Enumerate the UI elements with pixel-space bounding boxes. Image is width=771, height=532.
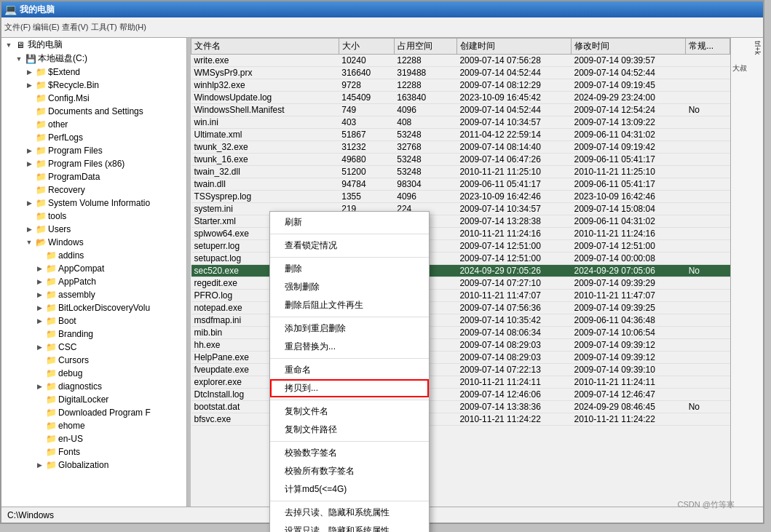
cell-created: 2009-07-14 07:56:36 [456,302,571,314]
sidebar-item-recovery[interactable]: 📁 Recovery [1,183,186,196]
sidebar-item-fonts[interactable]: 📁 Fonts [1,445,186,458]
expand-icon[interactable]: ▼ [23,237,35,248]
col-created[interactable]: 创建时间 [456,39,571,55]
table-row[interactable]: WindowsUpdate.log1454091638402023-10-09 … [191,92,730,104]
sidebar-item-boot[interactable]: ▶ 📁 Boot [1,314,186,327]
table-row[interactable]: WindowsShell.Manifest74940962009-07-14 0… [191,104,730,116]
context-menu-item[interactable]: 设置只读、隐藏和系统属性 [270,522,429,532]
sidebar-item-docset[interactable]: 📁 Documents and Settings [1,105,186,118]
sidebar-item-windows[interactable]: ▼ 📂 Windows [1,236,186,249]
expand-icon[interactable]: ▶ [23,223,35,235]
table-row[interactable]: twunk_32.exe31232327682009-07-14 08:14:4… [191,141,730,154]
sidebar-item-bitlocker[interactable]: ▶ 📁 BitLockerDiscoveryVolu [1,301,186,314]
sidebar-item-programfiles[interactable]: ▶ 📁 Program Files [1,144,186,157]
col-normal[interactable]: 常规... [686,39,730,55]
context-menu-item[interactable]: 计算md5(<=4G) [270,480,429,499]
cell-size: 145409 [339,92,394,104]
sidebar-label: Downloaded Program F [58,408,151,418]
sidebar-item-digitallocker[interactable]: 📁 DigitalLocker [1,393,186,406]
context-menu[interactable]: 刷新查看锁定情况删除强制删除删除后阻止文件再生添加到重启删除重启替换为...重命… [269,211,430,532]
sidebar-item-globalization[interactable]: ▶ 📁 Globalization [1,458,186,472]
sidebar-item-configmsi[interactable]: 📁 Config.Msi [1,92,186,105]
col-used[interactable]: 占用空间 [394,39,456,55]
cell-modified: 2023-10-09 16:42:46 [572,191,686,203]
context-menu-separator [270,501,429,501]
context-menu-item[interactable]: 重启替换为... [270,338,429,356]
sidebar-item-localc[interactable]: ▼ 💾 本地磁盘(C:) [1,52,186,65]
expand-icon-empty [33,250,45,261]
sidebar-item-appcompat[interactable]: ▶ 📁 AppCompat [1,262,186,275]
sidebar-label: Boot [58,316,76,326]
expand-icon[interactable]: ▶ [23,197,35,209]
cell-modified: 2009-07-14 10:06:54 [572,327,686,339]
sidebar-item-addins[interactable]: 📁 addins [1,249,186,262]
context-menu-item[interactable]: 刷新 [270,213,429,231]
expand-icon[interactable]: ▶ [33,276,45,287]
context-menu-item[interactable]: 校验所有数字签名 [270,462,429,480]
table-row[interactable]: Ultimate.xml51867532482011-04-12 22:59:1… [191,129,730,141]
col-name[interactable]: 文件名 [191,39,339,55]
expand-icon[interactable]: ▶ [33,315,45,327]
context-menu-item[interactable]: 添加到重启删除 [270,319,429,338]
sidebar-item-programfilesx86[interactable]: ▶ 📁 Program Files (x86) [1,157,186,170]
cell-normal [686,228,730,240]
table-row[interactable]: write.exe10240122882009-07-14 07:56:2820… [191,55,730,67]
sidebar-item-other[interactable]: 📁 other [1,118,186,131]
context-menu-item[interactable]: 拷贝到... [270,379,429,397]
sidebar-item-assembly[interactable]: ▶ 📁 assembly [1,288,186,301]
cell-name: twain_32.dll [191,166,339,178]
table-row[interactable]: twunk_16.exe49680532482009-07-14 06:47:2… [191,154,730,166]
context-menu-item[interactable]: 删除 [270,260,429,278]
expand-icon[interactable]: ▶ [23,79,35,91]
sidebar[interactable]: ▼ 🖥 我的电脑 ▼ 💾 本地磁盘(C:) ▶ 📁 $Extend ▶ 📁 $R… [1,38,187,507]
sidebar-item-mycomputer[interactable]: ▼ 🖥 我的电脑 [1,38,186,52]
table-row[interactable]: TSSysprep.log135540962023-10-09 16:42:46… [191,191,730,203]
sidebar-item-csc[interactable]: ▶ 📁 CSC [1,341,186,354]
context-menu-item[interactable]: 删除后阻止文件再生 [270,296,429,314]
table-row[interactable]: win.ini4034082009-07-14 10:34:572009-07-… [191,116,730,129]
col-modified[interactable]: 修改时间 [572,39,686,55]
col-size[interactable]: 大小 [339,39,394,55]
context-menu-item[interactable]: 重命名 [270,361,429,379]
expand-icon[interactable]: ▶ [33,302,45,314]
sidebar-label: 本地磁盘(C:) [38,52,87,65]
sidebar-label: ProgramData [48,172,100,182]
cell-modified: 2009-07-14 15:08:04 [572,203,686,215]
sidebar-item-ehome[interactable]: 📁 ehome [1,419,186,432]
expand-icon[interactable]: ▶ [23,66,35,78]
table-row[interactable]: WMSysPr9.prx3166403194882009-07-14 04:52… [191,67,730,79]
expand-icon[interactable]: ▶ [23,158,35,170]
expand-icon[interactable]: ▶ [33,263,45,274]
sidebar-item-downloadedprog[interactable]: 📁 Downloaded Program F [1,406,186,419]
expand-icon[interactable]: ▶ [33,459,45,471]
context-menu-item[interactable]: 复制文件名 [270,402,429,421]
expand-icon[interactable]: ▶ [33,381,45,392]
table-row[interactable]: twain.dll94784983042009-06-11 05:41:1720… [191,178,730,191]
context-menu-item[interactable]: 查看锁定情况 [270,237,429,255]
table-row[interactable]: twain_32.dll51200532482010-11-21 11:25:1… [191,166,730,178]
sidebar-item-branding[interactable]: 📁 Branding [1,327,186,341]
expand-icon[interactable]: ▶ [33,341,45,353]
sidebar-item-cursors[interactable]: 📁 Cursors [1,354,186,367]
sidebar-item-systemvolume[interactable]: ▶ 📁 System Volume Informatio [1,196,186,210]
context-menu-item[interactable]: 复制文件路径 [270,421,429,439]
expand-icon[interactable]: ▶ [23,145,35,156]
context-menu-item[interactable]: 强制删除 [270,278,429,296]
expand-icon[interactable]: ▼ [13,53,25,65]
expand-icon[interactable]: ▶ [33,289,45,301]
context-menu-item[interactable]: 校验数字签名 [270,444,429,462]
sidebar-item-perflogs[interactable]: 📁 PerfLogs [1,131,186,144]
sidebar-item-programdata[interactable]: 📁 ProgramData [1,170,186,183]
sidebar-item-extend[interactable]: ▶ 📁 $Extend [1,65,186,79]
sidebar-item-enus[interactable]: 📁 en-US [1,432,186,445]
sidebar-item-users[interactable]: ▶ 📁 Users [1,223,186,236]
table-row[interactable]: winhlp32.exe9728122882009-07-14 08:12:29… [191,79,730,92]
context-menu-item[interactable]: 去掉只读、隐藏和系统属性 [270,504,429,522]
cell-normal [686,389,730,401]
sidebar-item-tools[interactable]: 📁 tools [1,210,186,223]
sidebar-item-apppatch[interactable]: ▶ 📁 AppPatch [1,275,186,288]
sidebar-item-debug[interactable]: 📁 debug [1,367,186,380]
sidebar-item-diagnostics[interactable]: ▶ 📁 diagnostics [1,380,186,393]
expand-icon[interactable]: ▼ [3,39,15,51]
sidebar-item-recycle[interactable]: ▶ 📁 $Recycle.Bin [1,79,186,92]
